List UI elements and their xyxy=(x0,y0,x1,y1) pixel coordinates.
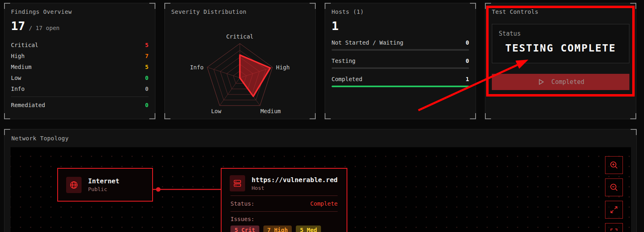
host-status-row: Status: Complete xyxy=(222,196,347,211)
status-box: Status TESTING COMPLETE xyxy=(492,24,629,63)
radar-axis-label: High xyxy=(276,64,290,71)
host-status-not-started: Not Started / Waiting 0 xyxy=(332,39,469,51)
badge-high: 7 High xyxy=(263,226,292,232)
progress-track xyxy=(332,49,469,51)
radar-axis-label: Info xyxy=(190,64,204,71)
node-subtitle: Host xyxy=(252,185,338,191)
node-subtitle: Public xyxy=(88,186,119,192)
zoom-out-icon xyxy=(610,183,618,192)
radar-chart-svg: CriticalHighMediumLowInfo xyxy=(165,19,315,119)
zoom-out-button[interactable] xyxy=(605,178,623,196)
internet-node[interactable]: Internet Public xyxy=(57,168,153,202)
host-node[interactable]: https://vulnerable.red Host Status: Comp… xyxy=(221,168,347,232)
summary-card-row: Findings Overview 17 / 17 open Critical … xyxy=(4,3,636,119)
node-title: Internet xyxy=(88,177,119,185)
pentest-dashboard: { "colors": { "critical": "#ff2e2e", "hi… xyxy=(0,0,644,232)
host-status-testing: Testing 0 xyxy=(332,58,469,69)
corner-bracket xyxy=(631,129,637,135)
progress-track xyxy=(332,86,469,87)
severity-row-high: High 7 xyxy=(11,50,149,61)
findings-total-value: 17 xyxy=(11,19,25,33)
play-icon xyxy=(537,78,545,86)
host-issues-label: Issues: xyxy=(222,212,347,222)
card-title: Findings Overview xyxy=(11,9,149,15)
status-value: TESTING COMPLETE xyxy=(499,42,622,54)
expand-icon xyxy=(610,205,618,214)
corner-bracket xyxy=(4,129,10,135)
globe-icon xyxy=(66,177,82,193)
host-status-completed: Completed 1 xyxy=(332,76,469,87)
topology-canvas[interactable]: Internet Public https://vulnerable.red xyxy=(11,147,631,232)
server-icon xyxy=(230,175,245,191)
status-label: Status xyxy=(499,30,622,37)
completed-button-label: Completed xyxy=(551,78,584,86)
hosts-card: Hosts (1) 1 Not Started / Waiting 0 Test… xyxy=(325,3,476,119)
severity-row-low: Low 0 xyxy=(11,72,149,83)
fit-view-icon xyxy=(610,228,618,232)
severity-row-info: Info 0 xyxy=(11,83,149,94)
divider xyxy=(11,97,149,97)
card-title: Hosts (1) xyxy=(332,9,469,15)
network-topology-card: Network Topology Internet Public xyxy=(4,129,637,232)
edge-endpoint-dot xyxy=(156,187,161,192)
fit-view-button[interactable] xyxy=(605,223,623,232)
remediated-row: Remediated 0 xyxy=(11,99,149,110)
card-title: Severity Distribution xyxy=(171,9,309,15)
findings-total: 17 / 17 open xyxy=(11,19,149,33)
completed-button[interactable]: Completed xyxy=(492,74,629,90)
hosts-total: 1 xyxy=(332,19,469,33)
host-status-value: Complete xyxy=(310,200,338,207)
severity-row-medium: Medium 5 xyxy=(11,61,149,72)
card-title: Network Topology xyxy=(11,135,69,142)
radar-axis-label: Critical xyxy=(226,33,254,40)
host-status-label: Status: xyxy=(230,200,254,207)
canvas-controls xyxy=(605,156,623,232)
progress-track xyxy=(332,67,469,69)
test-controls-card: Test Controls Status TESTING COMPLETE Co… xyxy=(485,3,636,119)
zoom-in-button[interactable] xyxy=(605,156,623,174)
findings-overview-card: Findings Overview 17 / 17 open Critical … xyxy=(4,3,155,119)
severity-count-list: Critical 5 High 7 Medium 5 Low 0 Info xyxy=(11,39,149,94)
radar-axis-label: Medium xyxy=(261,108,281,114)
findings-total-suffix: / 17 open xyxy=(29,25,60,31)
severity-row-critical: Critical 5 xyxy=(11,39,149,50)
expand-button[interactable] xyxy=(605,201,623,219)
edge-internet-to-host xyxy=(151,186,224,194)
badge-critical: 5 Crit xyxy=(230,226,259,232)
progress-fill xyxy=(332,86,469,87)
card-title: Test Controls xyxy=(492,9,629,15)
radar-axis-label: Low xyxy=(211,108,222,114)
severity-radar-chart: CriticalHighMediumLowInfo xyxy=(165,19,315,119)
severity-distribution-card: Severity Distribution CriticalHighMedium… xyxy=(164,3,316,119)
host-issue-badges: 5 Crit 7 High 5 Med xyxy=(222,222,347,232)
badge-medium: 5 Med xyxy=(296,226,321,232)
node-title: https://vulnerable.red xyxy=(252,176,338,184)
zoom-in-icon xyxy=(610,161,618,170)
